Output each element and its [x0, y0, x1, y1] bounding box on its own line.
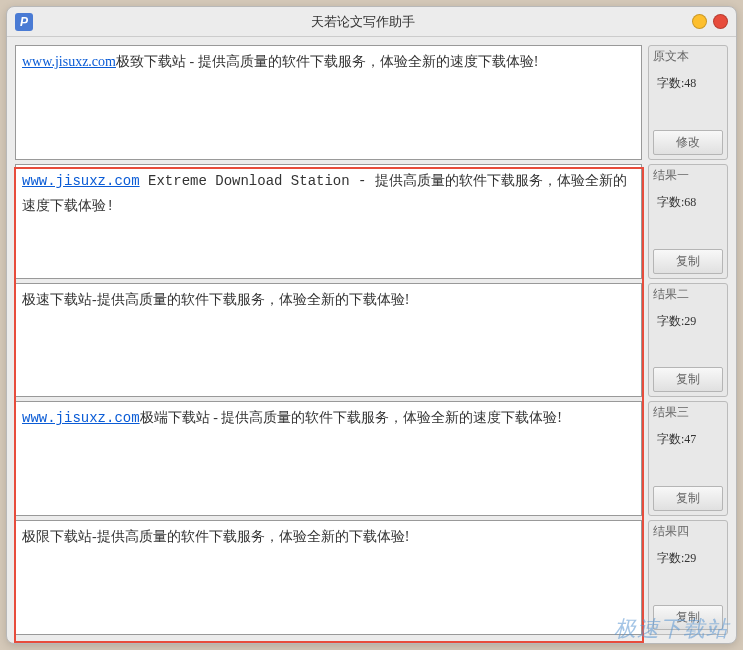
- app-icon: P: [15, 13, 33, 31]
- sidebar: 原文本 字数:48 修改 结果一 字数:68 复制 结果二 字数:29 复制 结…: [648, 45, 728, 635]
- sidebar-group-result2: 结果二 字数:29 复制: [648, 283, 728, 398]
- group-title: 结果二: [653, 286, 723, 303]
- sidebar-group-result3: 结果三 字数:47 复制: [648, 401, 728, 516]
- text-result2: 极速下载站-提供高质量的软件下载服务，体验全新的下载体验!: [22, 292, 409, 307]
- app-window: P 天若论文写作助手 www.jisuxz.com极致下载站 - 提供高质量的软…: [6, 6, 737, 644]
- group-title: 结果三: [653, 404, 723, 421]
- link-result1[interactable]: www.jisuxz.com: [22, 173, 140, 189]
- sidebar-group-result4: 结果四 字数:29 复制: [648, 520, 728, 635]
- group-title: 结果四: [653, 523, 723, 540]
- content-area: www.jisuxz.com极致下载站 - 提供高质量的软件下载服务，体验全新的…: [7, 37, 736, 643]
- link-result3[interactable]: www.jisuxz.com: [22, 410, 140, 426]
- word-count: 字数:47: [653, 429, 723, 450]
- close-button[interactable]: [713, 14, 728, 29]
- copy-button[interactable]: 复制: [653, 486, 723, 511]
- result2-textbox[interactable]: 极速下载站-提供高质量的软件下载服务，体验全新的下载体验!: [15, 283, 642, 398]
- minimize-button[interactable]: [692, 14, 707, 29]
- word-count: 字数:48: [653, 73, 723, 94]
- word-count: 字数:29: [653, 311, 723, 332]
- window-controls: [692, 14, 728, 29]
- modify-button[interactable]: 修改: [653, 130, 723, 155]
- text-result3: 极端下载站 - 提供高质量的软件下载服务，体验全新的速度下载体验!: [140, 410, 562, 425]
- copy-button[interactable]: 复制: [653, 249, 723, 274]
- sidebar-group-result1: 结果一 字数:68 复制: [648, 164, 728, 279]
- word-count: 字数:68: [653, 192, 723, 213]
- sidebar-group-original: 原文本 字数:48 修改: [648, 45, 728, 160]
- word-count: 字数:29: [653, 548, 723, 569]
- original-textbox[interactable]: www.jisuxz.com极致下载站 - 提供高质量的软件下载服务，体验全新的…: [15, 45, 642, 160]
- titlebar[interactable]: P 天若论文写作助手: [7, 7, 736, 37]
- group-title: 结果一: [653, 167, 723, 184]
- copy-button[interactable]: 复制: [653, 605, 723, 630]
- result3-textbox[interactable]: www.jisuxz.com极端下载站 - 提供高质量的软件下载服务，体验全新的…: [15, 401, 642, 516]
- group-title: 原文本: [653, 48, 723, 65]
- result4-textbox[interactable]: 极限下载站-提供高质量的软件下载服务，体验全新的下载体验!: [15, 520, 642, 635]
- result1-textbox[interactable]: www.jisuxz.com Extreme Download Station …: [15, 164, 642, 279]
- text-original: 极致下载站 - 提供高质量的软件下载服务，体验全新的速度下载体验!: [116, 54, 538, 69]
- text-result4: 极限下载站-提供高质量的软件下载服务，体验全新的下载体验!: [22, 529, 409, 544]
- main-column: www.jisuxz.com极致下载站 - 提供高质量的软件下载服务，体验全新的…: [15, 45, 642, 635]
- copy-button[interactable]: 复制: [653, 367, 723, 392]
- window-title: 天若论文写作助手: [33, 13, 692, 31]
- link-original[interactable]: www.jisuxz.com: [22, 54, 116, 69]
